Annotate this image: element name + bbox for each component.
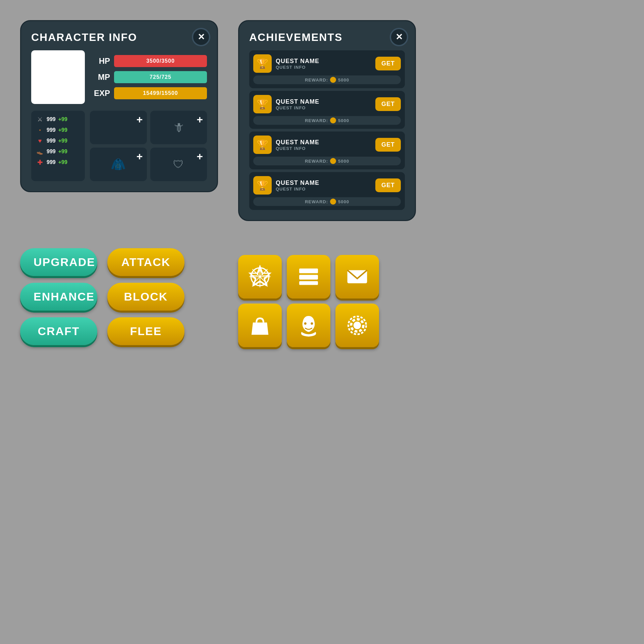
character-icon-button[interactable] [287, 304, 330, 347]
magic-icon-button[interactable] [238, 255, 282, 299]
armor-item-icon: 🧥 [111, 157, 126, 171]
equip-slot-4[interactable]: + 🛡 [150, 148, 207, 181]
action-buttons: UPGRADE ATTACK ENHANCE BLOCK CRAFT FLEE [20, 248, 184, 345]
get-button-2[interactable]: GET [375, 97, 401, 111]
achievements-panel: ACHIEVEMENTS ✕ 🏆 QUEST NAME QUEST INFO G… [238, 20, 416, 221]
reward-amount-2: 5000 [338, 118, 349, 123]
svg-point-11 [304, 322, 307, 325]
quest-2-reward: REWARD: 5000 [253, 116, 401, 125]
inventory-icon [297, 265, 320, 288]
equip-slot-1[interactable]: + [90, 111, 147, 144]
attrib-health-bonus: +99 [58, 138, 67, 144]
equip-slot-2[interactable]: + 🗡 [150, 111, 207, 144]
quest-2-top: 🏆 QUEST NAME QUEST INFO GET [253, 95, 401, 113]
trophy-icon-2: 🏆 [253, 95, 272, 113]
quest-3-name: QUEST NAME [276, 139, 371, 146]
quest-4-info: QUEST NAME QUEST INFO [276, 179, 371, 192]
attrib-speed-bonus: +99 [58, 149, 67, 155]
coin-icon-2 [330, 117, 336, 123]
upgrade-button[interactable]: UPGRADE [20, 248, 97, 276]
quest-1-desc: QUEST INFO [276, 65, 371, 70]
quest-3-desc: QUEST INFO [276, 146, 371, 151]
character-info-panel: CHARACTER INFO ✕ HP 3500/3500 MP 725/725… [20, 20, 218, 192]
trophy-icon-3: 🏆 [253, 136, 272, 154]
attrib-health-val: 999 [47, 138, 56, 144]
sword-icon: ⚔ [36, 115, 44, 123]
quest-4-name: QUEST NAME [276, 179, 371, 186]
attributes-panel: ⚔ 999 +99 ▪ 999 +99 ♥ 999 +99 👞 999 +99 … [31, 111, 85, 181]
attrib-attack-val: 999 [47, 116, 56, 122]
reward-label-1: REWARD: [305, 77, 328, 83]
quest-4-top: 🏆 QUEST NAME QUEST INFO GET [253, 176, 401, 195]
quest-1-info: QUEST NAME QUEST INFO [276, 58, 371, 70]
char-bottom-section: ⚔ 999 +99 ▪ 999 +99 ♥ 999 +99 👞 999 +99 … [31, 111, 207, 181]
mp-bar: 725/725 [114, 71, 207, 83]
quest-4-desc: QUEST INFO [276, 186, 371, 192]
char-stats: HP 3500/3500 MP 725/725 EXP 15499/15500 [92, 50, 207, 104]
char-panel-title: CHARACTER INFO [31, 31, 207, 44]
quest-4-reward: REWARD: 5000 [253, 197, 401, 206]
hp-row: HP 3500/3500 [92, 55, 207, 67]
sword-item-icon: 🗡 [172, 120, 184, 135]
mp-label: MP [92, 72, 110, 82]
get-button-4[interactable]: GET [375, 178, 401, 192]
mail-icon [345, 265, 369, 288]
exp-label: EXP [92, 89, 110, 98]
attrib-defense: ▪ 999 +99 [36, 126, 80, 134]
quest-2-info: QUEST NAME QUEST INFO [276, 98, 371, 110]
cross-icon: ✚ [36, 158, 44, 166]
settings-icon-button[interactable] [335, 304, 379, 347]
attrib-attack-bonus: +99 [58, 116, 67, 122]
get-button-3[interactable]: GET [375, 138, 401, 152]
attrib-recovery-bonus: +99 [58, 159, 67, 165]
attack-button[interactable]: ATTACK [107, 248, 184, 276]
character-face-icon [297, 314, 320, 337]
plus-icon-1: + [137, 113, 143, 126]
quest-list: 🏆 QUEST NAME QUEST INFO GET REWARD: 5000… [249, 50, 405, 210]
plus-icon-2: + [197, 113, 203, 126]
plus-icon-4: + [197, 150, 203, 163]
equip-slot-3[interactable]: + 🧥 [90, 148, 147, 181]
exp-row: EXP 15499/15500 [92, 87, 207, 99]
exp-bar: 15499/15500 [114, 87, 207, 99]
flee-button[interactable]: FLEE [107, 317, 184, 345]
attrib-recovery: ✚ 999 +99 [36, 158, 80, 166]
bag-icon-button[interactable] [238, 304, 282, 347]
attrib-health: ♥ 999 +99 [36, 137, 80, 145]
trophy-icon-4: 🏆 [253, 176, 272, 195]
attrib-attack: ⚔ 999 +99 [36, 115, 80, 123]
heart-icon: ♥ [36, 137, 44, 145]
reward-label-2: REWARD: [305, 118, 328, 123]
armor-icon: ▪ [36, 126, 44, 134]
quest-item-2: 🏆 QUEST NAME QUEST INFO GET REWARD: 5000 [249, 91, 405, 129]
quest-1-name: QUEST NAME [276, 58, 371, 65]
coin-icon-1 [330, 77, 336, 83]
svg-point-12 [311, 322, 313, 325]
quest-2-desc: QUEST INFO [276, 105, 371, 110]
quest-item-3: 🏆 QUEST NAME QUEST INFO GET REWARD: 5000 [249, 131, 405, 169]
craft-button[interactable]: CRAFT [20, 317, 97, 345]
boot-icon: 👞 [36, 148, 44, 156]
block-button[interactable]: BLOCK [107, 283, 184, 311]
char-close-button[interactable]: ✕ [192, 28, 210, 46]
attrib-speed-val: 999 [47, 149, 56, 155]
attrib-speed: 👞 999 +99 [36, 148, 80, 156]
inventory-icon-button[interactable] [287, 255, 330, 299]
mail-icon-button[interactable] [335, 255, 379, 299]
reward-amount-1: 5000 [338, 77, 349, 83]
reward-amount-4: 5000 [338, 199, 349, 204]
settings-gear-icon [345, 314, 369, 337]
char-top-section: HP 3500/3500 MP 725/725 EXP 15499/15500 [31, 50, 207, 104]
get-button-1[interactable]: GET [375, 57, 401, 70]
icon-buttons [238, 255, 379, 347]
reward-label-3: REWARD: [305, 159, 328, 164]
ach-panel-title: ACHIEVEMENTS [249, 31, 405, 44]
svg-rect-8 [299, 275, 318, 279]
quest-1-reward: REWARD: 5000 [253, 75, 401, 84]
enhance-button[interactable]: ENHANCE [20, 283, 97, 311]
svg-rect-9 [299, 281, 318, 285]
quest-1-top: 🏆 QUEST NAME QUEST INFO GET [253, 54, 401, 73]
ach-close-button[interactable]: ✕ [390, 28, 408, 46]
star-of-david-icon [248, 265, 272, 288]
quest-3-reward: REWARD: 5000 [253, 157, 401, 165]
